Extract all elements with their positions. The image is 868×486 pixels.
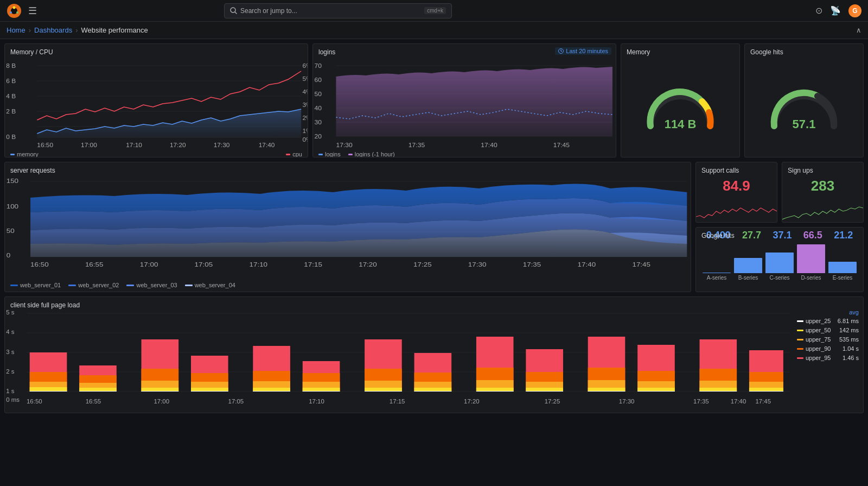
memory-cpu-legend: memory cpu xyxy=(5,150,308,157)
memory-gauge-panel: Memory 114 B xyxy=(621,43,740,157)
svg-text:16:55: 16:55 xyxy=(86,399,101,405)
svg-rect-115 xyxy=(365,391,402,392)
svg-text:4 s: 4 s xyxy=(6,329,14,335)
breadcrumb-home[interactable]: Home xyxy=(7,26,25,34)
svg-text:5%: 5% xyxy=(303,76,308,82)
bar-label-a: A-series xyxy=(707,275,727,281)
bar-label-e: E-series xyxy=(833,275,853,281)
svg-text:3%: 3% xyxy=(303,102,308,108)
svg-rect-130 xyxy=(526,391,563,392)
sign-ups-sparkline xyxy=(782,200,863,222)
legend-memory: memory xyxy=(10,151,39,157)
svg-rect-139 xyxy=(637,388,675,392)
svg-text:17:35: 17:35 xyxy=(693,399,709,405)
svg-text:17:40: 17:40 xyxy=(481,142,497,148)
row2-right-top: Support calls 84.9 Sign ups 283 xyxy=(695,162,864,223)
logins-panel: logins Last 20 minutes xyxy=(312,43,616,157)
search-shortcut: cmd+k xyxy=(424,7,446,14)
help-icon[interactable]: ⊙ xyxy=(815,5,822,16)
svg-rect-104 xyxy=(253,388,290,392)
svg-text:100: 100 xyxy=(7,204,19,210)
svg-rect-119 xyxy=(414,388,452,392)
svg-rect-149 xyxy=(749,388,783,392)
bar-label-b: B-series xyxy=(738,275,758,281)
bar-a xyxy=(703,273,731,273)
support-calls-sparkline xyxy=(696,200,777,222)
search-placeholder: Search or jump to... xyxy=(240,7,297,15)
bar-b xyxy=(734,258,762,273)
svg-text:1 s: 1 s xyxy=(6,388,14,394)
svg-rect-95 xyxy=(142,391,179,392)
svg-rect-85 xyxy=(30,391,67,392)
svg-text:17:40: 17:40 xyxy=(578,262,596,268)
svg-text:16:50: 16:50 xyxy=(30,262,49,268)
search-icon xyxy=(230,7,237,14)
svg-rect-134 xyxy=(588,388,626,392)
server-requests-chart: 150 100 50 0 16:50 16:55 1 xyxy=(5,173,691,282)
sign-ups-panel: Sign ups 283 xyxy=(782,162,864,223)
svg-text:17:30: 17:30 xyxy=(468,262,487,268)
breadcrumb-sep2: › xyxy=(75,26,78,34)
collapse-icon[interactable]: ∧ xyxy=(856,26,861,34)
legend-cpu: cpu xyxy=(286,151,302,157)
svg-text:50: 50 xyxy=(314,91,321,97)
svg-text:3 s: 3 s xyxy=(6,349,14,355)
svg-rect-94 xyxy=(142,388,179,392)
sign-ups-value: 283 xyxy=(782,162,863,194)
dashboard: Memory / CPU 8 B 6 B 4 B 2 B 0 B 6% 5% 4… xyxy=(0,39,868,418)
svg-text:70: 70 xyxy=(314,63,321,69)
page-load-content: 5 s 4 s 3 s 2 s 1 s 0 ms xyxy=(5,297,863,413)
user-avatar[interactable]: G xyxy=(848,4,861,17)
legend-color-upper50 xyxy=(797,330,803,331)
svg-text:30: 30 xyxy=(314,119,321,125)
row2: server requests xyxy=(4,162,864,292)
legend-color-upper90 xyxy=(797,348,803,350)
server-requests-legend: web_server_01 web_server_02 web_server_0… xyxy=(5,282,691,291)
svg-rect-109 xyxy=(303,388,340,392)
svg-text:6%: 6% xyxy=(303,63,308,69)
menu-icon[interactable]: ☰ xyxy=(28,5,37,17)
search-bar[interactable]: Search or jump to... cmd+k xyxy=(224,3,452,18)
logins-legend: logins logins (-1 hour) xyxy=(313,150,616,157)
svg-text:4 B: 4 B xyxy=(6,93,16,99)
svg-text:17:40: 17:40 xyxy=(259,142,275,148)
bar-col-c: C-series xyxy=(765,244,794,281)
support-calls-panel: Support calls 84.9 xyxy=(695,162,777,223)
logins-title: logins xyxy=(313,44,616,58)
svg-rect-145 xyxy=(700,391,737,392)
svg-text:17:35: 17:35 xyxy=(523,262,541,268)
svg-text:17:25: 17:25 xyxy=(413,262,432,268)
notifications-icon[interactable]: 📡 xyxy=(830,5,841,16)
svg-rect-99 xyxy=(191,388,228,392)
bar-d xyxy=(797,244,825,273)
server-requests-panel: server requests xyxy=(4,162,691,292)
svg-text:17:30: 17:30 xyxy=(619,399,635,405)
topbar-right: ⊙ 📡 G xyxy=(815,4,861,17)
support-calls-value: 84.9 xyxy=(696,162,777,194)
svg-text:17:00: 17:00 xyxy=(154,399,169,405)
memory-gauge-title: Memory xyxy=(621,44,739,58)
svg-point-3 xyxy=(16,11,18,14)
page-load-panel: client side full page load 5 s 4 s 3 s 2… xyxy=(4,296,864,413)
svg-text:150: 150 xyxy=(7,178,19,185)
bar-col-a: A-series xyxy=(703,244,731,281)
svg-text:1%: 1% xyxy=(303,128,308,134)
svg-rect-105 xyxy=(253,391,290,392)
svg-text:17:05: 17:05 xyxy=(228,399,244,405)
breadcrumb: Home › Dashboards › Website performance … xyxy=(0,22,868,39)
legend-upper75: upper_75 535 ms xyxy=(797,336,859,343)
svg-rect-129 xyxy=(526,388,563,392)
svg-text:16:55: 16:55 xyxy=(85,262,104,268)
memory-cpu-title: Memory / CPU xyxy=(5,44,308,58)
memory-cpu-panel: Memory / CPU 8 B 6 B 4 B 2 B 0 B 6% 5% 4… xyxy=(4,43,308,157)
svg-text:17:45: 17:45 xyxy=(632,262,650,268)
svg-text:17:45: 17:45 xyxy=(755,399,771,405)
bar-label-d: D-series xyxy=(801,275,821,281)
svg-rect-150 xyxy=(749,391,783,392)
svg-text:17:35: 17:35 xyxy=(409,142,425,148)
google-hits-bars-panel: Google hits 0.400 27.7 37.1 66.5 21.2 A-… xyxy=(695,227,864,292)
svg-rect-125 xyxy=(476,391,514,392)
breadcrumb-dashboards[interactable]: Dashboards xyxy=(34,26,72,34)
svg-rect-89 xyxy=(79,388,117,392)
svg-text:17:20: 17:20 xyxy=(170,142,186,148)
